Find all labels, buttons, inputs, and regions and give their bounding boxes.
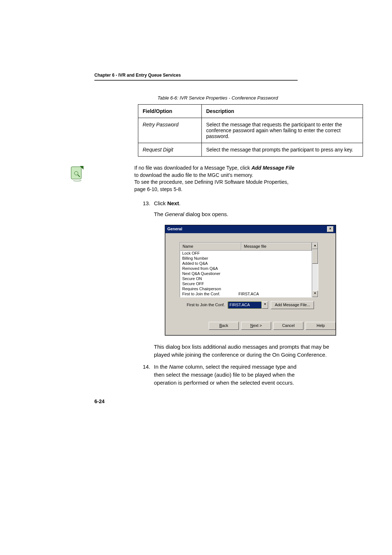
close-icon[interactable]: × <box>327 226 334 232</box>
step-number: 13. <box>138 199 154 358</box>
step13-after: The <box>154 211 165 217</box>
dialog-title: General <box>167 226 182 232</box>
scrollbar[interactable]: ▲ ▼ <box>312 243 318 297</box>
combo-label: First to Join the Conf. <box>187 302 225 308</box>
step13-pre: Click <box>154 200 167 206</box>
list-item[interactable]: Secure ON <box>182 276 238 281</box>
list-item[interactable]: First to Join the Conf. <box>182 291 238 296</box>
scroll-up-icon[interactable]: ▲ <box>312 243 318 249</box>
list-item[interactable]: Billing Number <box>182 256 238 261</box>
combo-value: FIRST.ACA <box>228 301 262 309</box>
note-bold: Add Message File <box>252 165 294 171</box>
td-desc: Select the message that prompts the part… <box>202 143 363 157</box>
step13-after-post: dialog box opens. <box>184 211 228 217</box>
scroll-thumb[interactable] <box>312 249 318 264</box>
list-item[interactable]: Requires Chairperson <box>182 286 238 291</box>
list-item[interactable]: Lock OFF <box>182 251 238 256</box>
page-number: 6-24 <box>94 398 105 404</box>
note-line1-pre: If no file was downloaded for a Message … <box>134 165 252 171</box>
table-caption: Table 6-6: IVR Service Properties - Conf… <box>138 95 298 101</box>
td-field: Request Digit <box>138 143 202 157</box>
step-number: 14. <box>138 363 154 386</box>
next-button[interactable]: Next > <box>241 322 271 330</box>
td-field: Retry Password <box>138 118 202 143</box>
message-listbox[interactable]: Name Message file Lock OFF Billing Numbe… <box>180 242 318 297</box>
para-after-dialog: This dialog box lists additional audio m… <box>154 343 336 359</box>
col-msg[interactable]: Message file <box>241 243 312 251</box>
step13-italic: General <box>165 211 184 217</box>
note-text: If no file was downloaded for a Message … <box>87 165 298 193</box>
svg-rect-0 <box>71 167 81 179</box>
chapter-header: Chapter 6 - IVR and Entry Queue Services <box>94 73 298 81</box>
col-name[interactable]: Name <box>180 243 241 251</box>
step14-pre: In the <box>154 364 169 370</box>
th-desc: Description <box>202 105 363 118</box>
help-button[interactable]: Help <box>306 322 336 330</box>
scroll-down-icon[interactable]: ▼ <box>312 291 318 297</box>
general-dialog: General × Name Message file <box>165 225 336 336</box>
step14-italic: Name <box>169 364 184 370</box>
note-icon <box>69 165 87 183</box>
th-field: Field/Option <box>138 105 202 118</box>
chevron-down-icon[interactable]: ▼ <box>262 301 268 309</box>
td-desc: Select the message that requests the par… <box>202 118 363 143</box>
note-line2: To see the procedure, see Defining IVR S… <box>134 179 289 192</box>
add-message-file-button[interactable]: Add Message File... <box>271 301 314 309</box>
list-item[interactable]: Next Q&A Questioner <box>182 271 238 276</box>
list-item[interactable]: Secure OFF <box>182 281 238 286</box>
list-item[interactable]: Added to Q&A <box>182 261 238 266</box>
step13-post: . <box>179 200 180 206</box>
note-line1-post: to download the audio file to the MGC un… <box>134 172 253 178</box>
back-button[interactable]: Back <box>209 322 239 330</box>
step13-bold: Next <box>167 200 179 206</box>
list-item[interactable]: Removed from Q&A <box>182 266 238 271</box>
message-file-combo[interactable]: FIRST.ACA ▼ <box>228 301 269 309</box>
cancel-button[interactable]: Cancel <box>273 322 303 330</box>
properties-table: Field/Option Description Retry Password … <box>138 104 363 157</box>
